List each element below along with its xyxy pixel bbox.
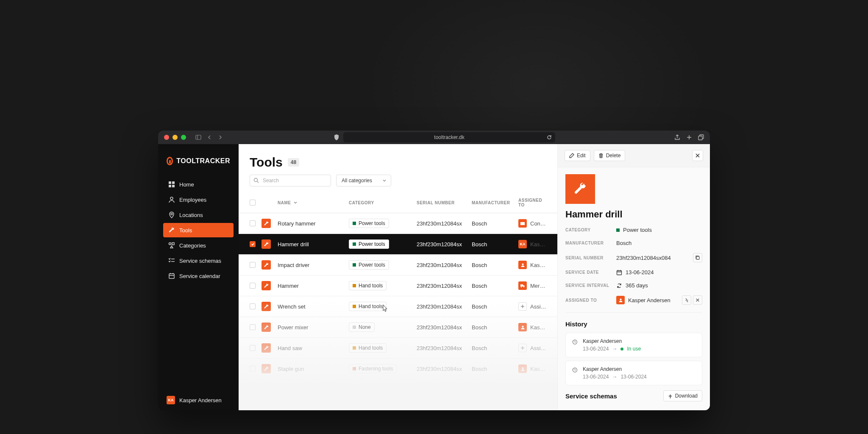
wrench-icon [262, 281, 271, 290]
close-panel-button[interactable] [692, 150, 703, 161]
table-row[interactable]: Hammer Hand tools 23hf230m12084sx Bosch … [239, 275, 557, 296]
wrench-icon [262, 343, 271, 353]
table-row[interactable]: Hand saw Hand tools 23hf230m12084sx Bosc… [239, 338, 557, 359]
container-icon [518, 219, 527, 228]
close-dot[interactable] [164, 135, 169, 140]
manufacturer-cell: Bosch [472, 296, 518, 317]
plus-icon[interactable] [686, 134, 692, 140]
search-input[interactable] [250, 175, 331, 186]
tabs-icon[interactable] [698, 134, 704, 140]
reassign-button[interactable] [682, 295, 691, 305]
svg-rect-24 [617, 270, 622, 275]
assign-button[interactable] [518, 385, 527, 394]
assigned-cell: KAKasper And… [518, 240, 546, 248]
tool-name: Wrench set [278, 296, 349, 317]
browser-chrome: tooltracker.dk [158, 131, 710, 144]
row-checkbox[interactable] [250, 241, 256, 247]
tool-name: Hammer drill [278, 234, 349, 254]
svg-point-22 [522, 367, 523, 369]
nav-service-calendar[interactable]: Service calendar [163, 269, 234, 283]
col-manufacturer[interactable]: MANUFACTURER [472, 192, 518, 213]
row-checkbox[interactable] [250, 366, 256, 372]
table-row[interactable]: Rotary hammer Power tools 23hf230m12084s… [239, 213, 557, 234]
table-header: NAME CATEGORY SERIAL NUMBER MANUFACTURER… [239, 192, 557, 213]
edit-button[interactable]: Edit [565, 150, 590, 161]
table-row[interactable]: Power mixer None 23hf230m12084sx Bosch K… [239, 317, 557, 338]
nav-home[interactable]: Home [163, 177, 234, 192]
assigned-cell: Kasper And… [518, 261, 546, 269]
col-category[interactable]: CATEGORY [349, 192, 417, 213]
svg-point-18 [522, 263, 523, 265]
history-item: Kasper Andersen13-06-2024→In use [565, 333, 702, 357]
avatar: KA [167, 396, 175, 404]
row-checkbox[interactable] [250, 387, 256, 392]
row-checkbox[interactable] [250, 220, 256, 226]
assigned-cell: Kasper And… [518, 364, 546, 373]
serial-cell: 23hf230m12084sx [417, 317, 472, 337]
category-filter[interactable]: All categories [336, 175, 391, 186]
svg-rect-15 [522, 223, 523, 225]
svg-rect-0 [196, 135, 201, 139]
category-tag: Hand tools [349, 343, 387, 353]
row-checkbox[interactable] [250, 303, 256, 309]
assign-button[interactable] [518, 302, 527, 311]
nav-categories[interactable]: Categories [163, 238, 234, 253]
serial-cell: 23hf230m12084sx [417, 359, 472, 379]
history-item: Kasper Andersen13-06-2024→13-06-2024 [565, 361, 702, 385]
col-serial[interactable]: SERIAL NUMBER [417, 192, 472, 213]
detail-panel: Edit Delete Hammer drill CATEGORY Power … [557, 144, 710, 410]
maximize-dot[interactable] [181, 135, 186, 140]
nav-forward-icon[interactable] [217, 134, 224, 141]
svg-rect-6 [172, 185, 175, 187]
history-icon [572, 339, 578, 352]
nav-employees[interactable]: Employees [163, 192, 234, 207]
col-name[interactable]: NAME [278, 192, 349, 213]
row-checkbox[interactable] [250, 262, 256, 268]
manufacturer-cell: Bosch [472, 275, 518, 296]
category-tag: Fastening tools [349, 364, 397, 373]
nav-back-icon[interactable] [206, 134, 213, 141]
nav-service-schemas[interactable]: Service schemas [163, 253, 234, 268]
table-row[interactable]: Screwdriver set Fastening tools 23hf230m… [239, 379, 557, 400]
url-bar[interactable]: tooltracker.dk [343, 132, 555, 142]
delete-button[interactable]: Delete [594, 150, 626, 161]
nav-tools[interactable]: Tools [163, 223, 234, 237]
person-icon [616, 296, 625, 304]
wrench-icon [262, 260, 271, 270]
schemas-heading: Service schemas [565, 392, 617, 400]
row-checkbox[interactable] [250, 324, 256, 330]
sidebar: TOOLTRACKER Home Employees Locations Too… [158, 144, 239, 410]
detail-service-interval: 365 days [616, 282, 702, 289]
assigned-cell: Container i… [518, 219, 546, 228]
sidebar-toggle-icon[interactable] [195, 134, 202, 141]
table-row[interactable]: Hammer drill Power tools 23hf230m12084sx… [239, 234, 557, 255]
serial-cell: 23hf230m12084sx [417, 379, 472, 400]
brand-name: TOOLTRACKER [176, 157, 230, 165]
unassign-button[interactable] [693, 295, 702, 305]
reload-icon[interactable] [547, 135, 552, 140]
table-row[interactable]: Wrench set Hand tools 23hf230m12084sx Bo… [239, 296, 557, 317]
table-row[interactable]: Staple gun Fastening tools 23hf230m12084… [239, 359, 557, 379]
share-icon[interactable] [674, 134, 680, 140]
minimize-dot[interactable] [172, 135, 178, 140]
current-user[interactable]: KA Kasper Andersen [158, 390, 239, 410]
manufacturer-cell: Bosch [472, 338, 518, 358]
nav-locations[interactable]: Locations [163, 208, 234, 222]
table-row[interactable]: Impact driver Power tools 23hf230m12084s… [239, 255, 557, 275]
row-checkbox[interactable] [250, 345, 256, 351]
shapes-icon [168, 242, 175, 249]
chevron-down-icon [382, 178, 387, 183]
tool-name: Staple gun [278, 359, 349, 379]
col-assigned[interactable]: ASSIGNED TO [518, 192, 546, 213]
copy-serial-button[interactable] [693, 253, 702, 262]
person-icon [518, 364, 527, 373]
row-checkbox[interactable] [250, 283, 256, 289]
assign-button[interactable] [518, 344, 527, 352]
tool-name: Power mixer [278, 317, 349, 337]
page-title: Tools 48 [250, 155, 546, 170]
select-all-checkbox[interactable] [250, 200, 256, 206]
detail-assigned: Kasper Andersen [616, 295, 702, 305]
detail-category: Power tools [616, 227, 702, 233]
download-button[interactable]: Download [663, 390, 702, 401]
history-heading: History [565, 320, 702, 328]
